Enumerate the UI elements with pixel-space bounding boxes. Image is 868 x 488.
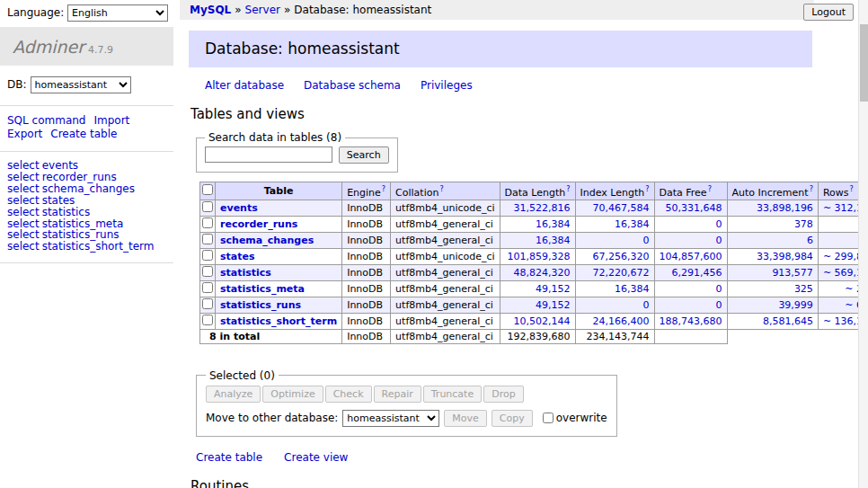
sidebar-select-link[interactable]: select [7,240,40,253]
data-length-link[interactable]: 16,384 [536,218,571,230]
index-length-link[interactable]: 70,467,584 [593,202,650,214]
data-length-link[interactable]: 101,859,328 [508,251,571,262]
table-name-link[interactable]: recorder_runs [220,218,297,230]
table-name-link[interactable]: statistics_meta [220,283,305,295]
alter-database-link[interactable]: Alter database [205,79,284,92]
move-button[interactable]: Move [444,410,487,427]
data-length-link[interactable]: 10,502,144 [514,315,571,327]
import-link[interactable]: Import [93,114,129,127]
table-name-link[interactable]: events [220,202,258,214]
index-length-link[interactable]: 24,166,400 [593,315,650,327]
data-length-link[interactable]: 49,152 [536,299,571,311]
selected-operation-button[interactable]: Drop [483,386,523,403]
table-name-link[interactable]: statistics_runs [220,299,301,311]
data-length-link[interactable]: 48,824,320 [514,267,571,279]
data-free-link[interactable]: 6,291,456 [672,267,722,279]
table-name-link[interactable]: statistics_short_term [220,315,337,327]
selected-operation-button[interactable]: Repair [374,386,421,403]
sidebar-select-link[interactable]: select [7,194,40,207]
sidebar-select-link[interactable]: select [7,206,40,218]
data-free-link[interactable]: 0 [716,218,722,230]
row-select-checkbox[interactable] [202,298,213,309]
selected-operation-button[interactable]: Truncate [423,386,482,403]
sidebar-select-link[interactable]: select [7,182,40,195]
auto-increment-link[interactable]: 378 [794,218,813,230]
db-select[interactable]: homeassistant [31,76,131,93]
rows-help-link[interactable]: ? [849,185,853,193]
scrollbar[interactable] [858,0,868,488]
table-name-link[interactable]: states [220,251,255,262]
adminer-logo-link[interactable]: Adminer [13,37,84,57]
auto-increment-link[interactable]: 33,398,984 [757,251,813,262]
auto-increment-help-link[interactable]: ? [810,185,813,193]
row-select-checkbox[interactable] [202,217,213,228]
selected-operation-button[interactable]: Check [325,386,372,403]
data-free-help-link[interactable]: ? [708,185,712,193]
sidebar-select-link[interactable]: select [7,159,40,172]
sidebar-table-link[interactable]: statistics [42,206,91,218]
selected-operation-button[interactable]: Analyze [206,386,261,403]
select-all-checkbox[interactable] [202,184,213,195]
collation-help-link[interactable]: ? [439,185,443,193]
sidebar-table-link[interactable]: statistics_short_term [42,240,155,253]
move-db-select[interactable]: homeassistant [342,410,439,427]
engine-help-link[interactable]: ? [382,185,385,193]
data-free-link[interactable]: 50,331,648 [666,202,722,214]
create-table-link-main[interactable]: Create table [196,451,262,464]
sidebar-table-link[interactable]: states [42,194,75,207]
data-free-link[interactable]: 0 [716,235,722,246]
data-free-link[interactable]: 0 [716,299,722,311]
row-select-checkbox[interactable] [202,250,213,261]
data-length-link[interactable]: 49,152 [536,283,571,295]
table-name-link[interactable]: schema_changes [220,235,314,246]
auto-increment-link[interactable]: 8,581,645 [763,315,813,327]
index-length-link[interactable]: 72,220,672 [593,267,650,279]
auto-increment-link[interactable]: 33,898,196 [757,202,813,214]
sql-command-link[interactable]: SQL command [7,114,85,127]
sidebar-table-link[interactable]: statistics_runs [42,228,120,241]
index-length-link[interactable]: 16,384 [615,218,650,230]
auto-increment-link[interactable]: 913,577 [772,267,813,279]
auto-increment-link[interactable]: 39,999 [778,299,813,311]
create-table-link[interactable]: Create table [50,128,117,140]
create-view-link[interactable]: Create view [284,451,348,464]
data-length-link[interactable]: 16,384 [536,235,571,246]
index-length-link[interactable]: 16,384 [615,283,650,295]
sidebar-select-link[interactable]: select [7,171,40,183]
index-length-link[interactable]: 0 [643,235,650,246]
table-name-link[interactable]: statistics [220,267,271,279]
privileges-link[interactable]: Privileges [421,79,473,92]
index-length-link[interactable]: 67,256,320 [593,251,650,262]
auto-increment-link[interactable]: 325 [794,283,813,295]
logout-button[interactable]: Logout [803,4,854,21]
index-length-help-link[interactable]: ? [645,185,649,193]
database-schema-link[interactable]: Database schema [304,79,401,92]
data-length-help-link[interactable]: ? [566,185,570,193]
sidebar-select-link[interactable]: select [7,228,40,241]
sidebar-table-link[interactable]: events [42,159,78,172]
sidebar-table-link[interactable]: recorder_runs [42,171,117,183]
export-link[interactable]: Export [7,128,42,140]
scrollbar-thumb[interactable] [860,24,868,102]
data-length-link[interactable]: 31,522,816 [514,202,571,214]
overwrite-toggle[interactable]: overwrite [543,412,607,424]
data-free-link[interactable]: 188,743,680 [660,315,722,327]
index-length-link[interactable]: 0 [643,299,650,311]
row-select-checkbox[interactable] [202,315,213,325]
row-select-checkbox[interactable] [202,282,213,293]
sidebar-table-link[interactable]: statistics_meta [42,217,124,230]
breadcrumb-mysql-link[interactable]: MySQL [190,4,231,16]
data-free-link[interactable]: 104,857,600 [660,251,722,262]
auto-increment-link[interactable]: 6 [807,235,813,246]
language-select[interactable]: English [67,4,168,22]
overwrite-checkbox[interactable] [543,413,554,423]
row-select-checkbox[interactable] [202,234,213,244]
sidebar-select-link[interactable]: select [7,217,40,230]
row-select-checkbox[interactable] [202,266,213,277]
copy-button[interactable]: Copy [492,410,533,427]
sidebar-table-link[interactable]: schema_changes [42,182,135,195]
selected-operation-button[interactable]: Optimize [262,386,323,403]
data-free-link[interactable]: 0 [716,283,722,295]
search-input[interactable] [205,146,332,163]
search-button[interactable]: Search [339,146,389,164]
